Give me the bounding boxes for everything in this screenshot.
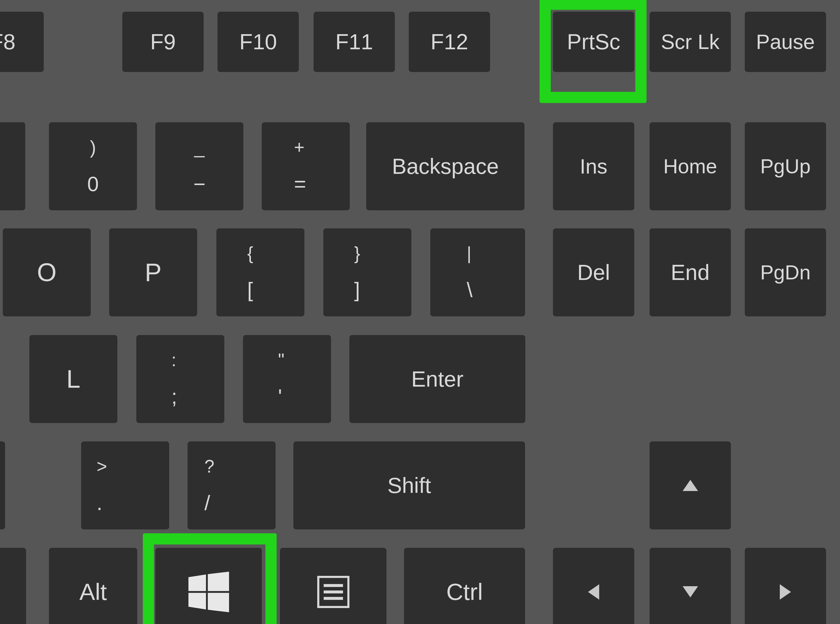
key-quote[interactable]: " ' [243,335,331,423]
key-minus-main: − [193,172,205,196]
key-0-main: 0 [87,172,99,196]
svg-marker-4 [208,593,229,612]
windows-icon [188,571,229,612]
key-semicolon-main: ; [171,385,177,408]
key-quote-main: ' [278,385,282,408]
arrow-up-icon [682,480,698,491]
key-left-bracket[interactable]: { [ [216,229,304,316]
key-del[interactable]: Del [553,229,634,316]
key-equals-shift: + [294,137,304,158]
key-minus[interactable]: _ − [155,122,243,210]
svg-marker-0 [682,480,698,491]
svg-marker-2 [208,571,229,591]
key-windows[interactable] [155,548,262,624]
key-left-bracket-main: [ [247,278,253,302]
key-alt[interactable]: Alt [49,548,137,624]
arrow-right-icon [780,584,791,600]
svg-marker-3 [188,593,206,609]
key-f10[interactable]: F10 [218,12,299,72]
keyboard: F8 F9 F10 F11 F12 PrtSc Scr Lk Pause 9 )… [0,0,840,624]
key-l[interactable]: L [29,335,117,423]
arrow-down-icon [682,586,698,598]
key-prtsc[interactable]: PrtSc [553,12,634,72]
key-arrow-down[interactable] [650,548,731,624]
arrow-left-icon [588,584,599,600]
key-0-shift: ) [90,137,96,158]
key-backspace[interactable]: Backspace [366,122,525,210]
key-comma[interactable]: < , [0,442,5,529]
key-f8[interactable]: F8 [0,12,44,72]
key-semicolon[interactable]: : ; [136,335,224,423]
svg-marker-11 [780,584,791,600]
key-0[interactable]: ) 0 [49,122,137,210]
key-pgdn[interactable]: PgDn [745,229,826,316]
key-end[interactable]: End [650,229,731,316]
key-dot-shift: > [97,456,107,477]
key-ins[interactable]: Ins [553,122,634,210]
key-backslash-shift: | [467,243,471,264]
key-arrow-right[interactable] [745,548,826,624]
key-minus-shift: _ [194,137,205,158]
key-backslash-main: \ [467,278,472,302]
key-right-bracket-shift: } [354,243,360,264]
svg-marker-10 [682,586,698,598]
key-ctrl-right[interactable]: Ctrl [404,548,525,624]
key-semicolon-shift: : [171,350,176,371]
menu-icon [317,576,349,608]
key-dot[interactable]: > . [81,442,169,529]
key-enter[interactable]: Enter [349,335,525,423]
key-quote-shift: " [278,350,284,371]
key-9[interactable]: 9 [0,122,25,210]
key-equals[interactable]: + = [262,122,350,210]
key-menu[interactable] [280,548,386,624]
key-slash-shift: ? [204,456,215,477]
key-backslash[interactable]: | \ [430,229,525,316]
key-home[interactable]: Home [650,122,731,210]
key-dot-main: . [97,491,102,515]
key-left-bracket-shift: { [247,243,253,264]
key-equals-main: = [294,172,306,196]
key-o[interactable]: O [3,229,91,316]
key-slash-main: / [204,491,210,515]
key-pgup[interactable]: PgUp [745,122,826,210]
key-shift-right[interactable]: Shift [293,442,525,529]
key-slash[interactable]: ? / [188,442,275,529]
svg-marker-1 [188,574,206,591]
key-pause[interactable]: Pause [745,12,826,72]
key-left-edge[interactable] [0,548,26,624]
key-arrow-left[interactable] [553,548,634,624]
key-f9[interactable]: F9 [122,12,204,72]
key-scrlk[interactable]: Scr Lk [650,12,731,72]
key-right-bracket-main: ] [354,278,360,302]
key-right-bracket[interactable]: } ] [323,229,411,316]
key-f11[interactable]: F11 [313,12,395,72]
svg-marker-9 [588,584,599,600]
key-f12[interactable]: F12 [409,12,490,72]
key-arrow-up[interactable] [650,442,731,529]
key-p[interactable]: P [109,229,197,316]
